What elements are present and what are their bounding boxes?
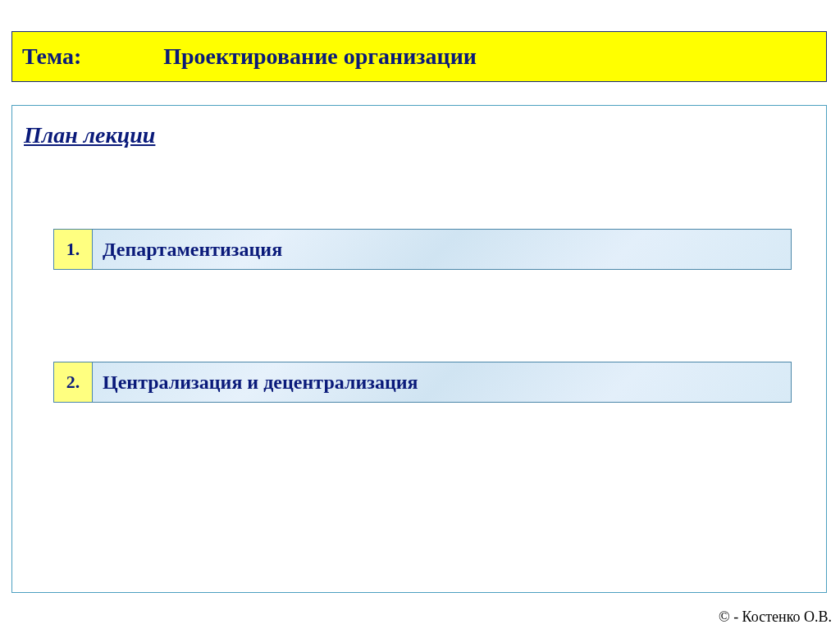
footer-copyright: © - Костенко О.В. xyxy=(719,608,832,626)
header-bar: Тема: Проектирование организации xyxy=(11,31,827,82)
item-number: 1. xyxy=(53,229,93,270)
header-title: Проектирование организации xyxy=(163,43,477,70)
item-text: Централизация и децентрализация xyxy=(93,362,792,403)
item-text: Департаментизация xyxy=(93,229,792,270)
item-number: 2. xyxy=(53,362,93,403)
plan-item-1: 1. Департаментизация xyxy=(53,229,792,270)
plan-box: План лекции 1. Департаментизация 2. Цент… xyxy=(11,105,827,593)
plan-item-2: 2. Централизация и децентрализация xyxy=(53,362,792,403)
plan-title: План лекции xyxy=(24,122,155,148)
header-label: Тема: xyxy=(22,43,81,70)
